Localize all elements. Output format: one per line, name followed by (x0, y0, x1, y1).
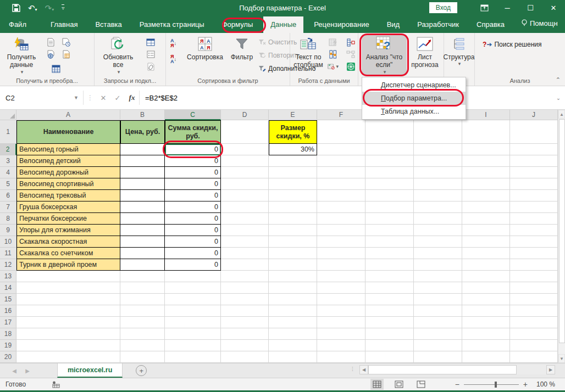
cell-G6[interactable] (365, 190, 414, 201)
cell-F15[interactable] (317, 294, 365, 305)
cell-C5[interactable]: 0 (165, 178, 221, 190)
column-header-C[interactable]: C (165, 110, 221, 120)
cell-H10[interactable] (414, 236, 462, 248)
cell-G14[interactable] (365, 282, 414, 294)
cell-G12[interactable] (365, 259, 414, 271)
cell-J19[interactable] (510, 340, 558, 351)
cell-C14[interactable] (165, 282, 221, 294)
menu-item-2[interactable]: Таблица данных... (362, 105, 466, 118)
cell-F1[interactable] (317, 120, 365, 144)
cell-F6[interactable] (317, 190, 365, 201)
cell-D5[interactable] (221, 178, 269, 190)
splitter-handle[interactable]: ⁞ (352, 366, 352, 372)
name-box[interactable]: C2 ▼ (1, 91, 84, 105)
cell-C8[interactable]: 0 (165, 213, 221, 225)
tab-help[interactable]: Справка (469, 16, 512, 33)
cell-I13[interactable] (462, 271, 510, 282)
cell-E6[interactable] (269, 190, 317, 201)
save-icon[interactable] (12, 4, 20, 12)
cell-A12[interactable]: Турник в дверной проем (16, 259, 120, 271)
cell-D20[interactable] (221, 351, 269, 363)
existing-connections-icon[interactable] (60, 49, 71, 59)
cell-E7[interactable] (269, 201, 317, 213)
column-header-F[interactable]: F (317, 110, 365, 120)
cell-G7[interactable] (365, 201, 414, 213)
cell-H4[interactable] (414, 167, 462, 178)
cell-J13[interactable] (510, 271, 558, 282)
horizontal-scroll-track[interactable] (517, 365, 546, 374)
relationships-icon[interactable] (345, 49, 356, 59)
cell-J16[interactable] (510, 305, 558, 317)
row-header-18[interactable]: 18 (0, 328, 16, 340)
sort-button[interactable]: ЯААЯ Сортировка (184, 35, 226, 75)
cell-J9[interactable] (510, 225, 558, 236)
close-button[interactable]: ✕ (542, 0, 565, 15)
cell-F3[interactable] (317, 155, 365, 167)
cell-J20[interactable] (510, 351, 558, 363)
cell-D10[interactable] (221, 236, 269, 248)
cell-E14[interactable] (269, 282, 317, 294)
cell-F14[interactable] (317, 282, 365, 294)
cell-D9[interactable] (221, 225, 269, 236)
select-all-button[interactable] (0, 110, 16, 120)
cell-J7[interactable] (510, 201, 558, 213)
cell-E4[interactable] (269, 167, 317, 178)
cell-A17[interactable] (16, 317, 120, 328)
cell-G13[interactable] (365, 271, 414, 282)
row-header-3[interactable]: 3 (0, 155, 16, 167)
cell-H18[interactable] (414, 328, 462, 340)
cell-A2[interactable]: Велосипед горный (16, 144, 120, 155)
cell-C7[interactable]: 0 (165, 201, 221, 213)
cell-A16[interactable] (16, 305, 120, 317)
cell-D7[interactable] (221, 201, 269, 213)
scroll-down-icon[interactable]: ▼ (558, 354, 565, 363)
cell-H5[interactable] (414, 178, 462, 190)
cell-D2[interactable] (221, 144, 269, 155)
cell-C17[interactable] (165, 317, 221, 328)
cell-I20[interactable] (462, 351, 510, 363)
cell-E19[interactable] (269, 340, 317, 351)
row-header-7[interactable]: 7 (0, 201, 16, 213)
manage-data-model-icon[interactable] (345, 61, 356, 71)
cell-C3[interactable]: 0 (165, 155, 221, 167)
cell-G20[interactable] (365, 351, 414, 363)
cell-E15[interactable] (269, 294, 317, 305)
zoom-slider[interactable] (464, 384, 519, 385)
flash-fill-icon[interactable] (328, 37, 339, 47)
tab-formulas[interactable]: Формулы (215, 16, 261, 33)
name-box-caret-icon[interactable]: ▼ (74, 95, 79, 100)
cell-J5[interactable] (510, 178, 558, 190)
cell-H16[interactable] (414, 305, 462, 317)
cell-H19[interactable] (414, 340, 462, 351)
cell-J18[interactable] (510, 328, 558, 340)
cell-J12[interactable] (510, 259, 558, 271)
cell-H6[interactable] (414, 190, 462, 201)
sheet-tab-active[interactable]: microexcel.ru (57, 363, 123, 378)
row-header-15[interactable]: 15 (0, 294, 16, 305)
row-header-10[interactable]: 10 (0, 236, 16, 248)
cell-C4[interactable]: 0 (165, 167, 221, 178)
cell-B6[interactable] (120, 190, 165, 201)
cell-A15[interactable] (16, 294, 120, 305)
cell-I3[interactable] (462, 155, 510, 167)
cell-E2[interactable]: 30% (269, 144, 317, 155)
cell-C11[interactable]: 0 (165, 248, 221, 259)
redo-icon[interactable]: ↷▾ (45, 4, 54, 12)
cell-B3[interactable] (120, 155, 165, 167)
row-header-16[interactable]: 16 (0, 305, 16, 317)
tab-page-layout[interactable]: Разметка страницы (132, 16, 212, 33)
cell-G4[interactable] (365, 167, 414, 178)
cell-F19[interactable] (317, 340, 365, 351)
collapse-ribbon-icon[interactable]: ⌃ (556, 76, 561, 83)
zoom-level[interactable]: 100 % (532, 380, 555, 388)
confirm-entry-icon[interactable]: ✓ (110, 94, 125, 102)
cell-D14[interactable] (221, 282, 269, 294)
cell-E9[interactable] (269, 225, 317, 236)
cell-J10[interactable] (510, 236, 558, 248)
cell-F2[interactable] (317, 144, 365, 155)
cell-I10[interactable] (462, 236, 510, 248)
cell-I6[interactable] (462, 190, 510, 201)
cell-G3[interactable] (365, 155, 414, 167)
cell-F11[interactable] (317, 248, 365, 259)
cell-D16[interactable] (221, 305, 269, 317)
